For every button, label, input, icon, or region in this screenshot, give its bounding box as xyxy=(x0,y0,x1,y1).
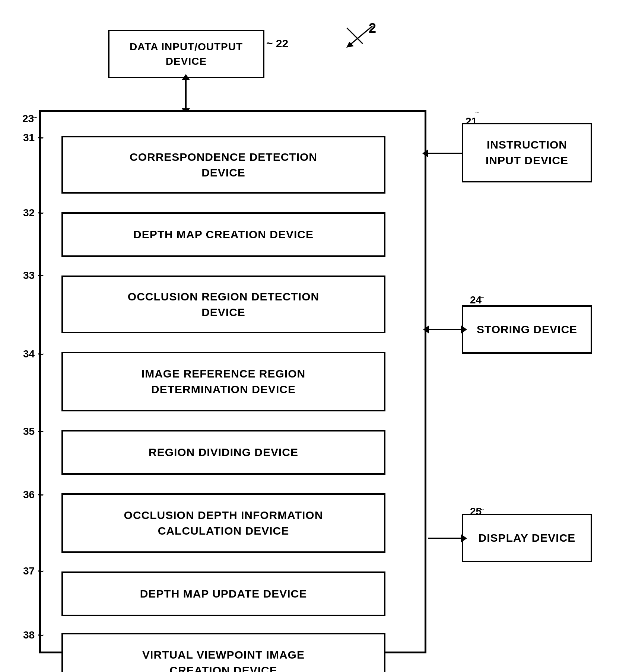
tilde-23: ~ xyxy=(33,113,38,122)
tilde-21: ~ xyxy=(475,108,479,117)
box-31-label: CORRESPONDENCE DETECTIONDEVICE xyxy=(130,149,317,181)
box-34-label: IMAGE REFERENCE REGIONDETERMINATION DEVI… xyxy=(142,366,305,397)
main-outer-box: CORRESPONDENCE DETECTIONDEVICE DEPTH MAP… xyxy=(39,110,426,653)
box-33-occlusion-region: OCCLUSION REGION DETECTIONDEVICE xyxy=(61,276,385,333)
box-37-label: DEPTH MAP UPDATE DEVICE xyxy=(140,587,307,600)
box-38-virtual-viewpoint: VIRTUAL VIEWPOINT IMAGECREATION DEVICE xyxy=(61,633,385,672)
ref2-arrow-svg xyxy=(328,19,387,56)
arrow-instruction-to-correspondence xyxy=(428,153,463,154)
box-35-region-dividing: REGION DIVIDING DEVICE xyxy=(61,430,385,475)
box-38-label: VIRTUAL VIEWPOINT IMAGECREATION DEVICE xyxy=(142,647,305,672)
box-33-label: OCCLUSION REGION DETECTIONDEVICE xyxy=(128,289,319,320)
box-32-label: DEPTH MAP CREATION DEVICE xyxy=(133,228,314,241)
label-33: 33 ~ xyxy=(23,270,44,281)
label-37: 37 ~ xyxy=(23,565,44,577)
instruction-input-box: INSTRUCTIONINPUT DEVICE xyxy=(462,123,592,182)
arrow-io-to-main xyxy=(185,79,187,109)
tilde-24: ~ xyxy=(480,293,484,302)
svg-line-0 xyxy=(350,26,372,45)
arrow-storing-bidirectional xyxy=(428,329,462,330)
label-32: 32 ~ xyxy=(23,207,44,219)
label-34: 34 ~ xyxy=(23,348,44,360)
label-38: 38 ~ xyxy=(23,629,44,641)
storing-device-box: STORING DEVICE xyxy=(462,305,592,354)
label-22: ~ 22 xyxy=(266,37,288,50)
box-34-image-reference: IMAGE REFERENCE REGIONDETERMINATION DEVI… xyxy=(61,352,385,411)
box-36-label: OCCLUSION DEPTH INFORMATIONCALCULATION D… xyxy=(124,507,323,539)
storing-device-label: STORING DEVICE xyxy=(477,322,577,337)
diagram: 2 DATA INPUT/OUTPUTDEVICE ~ 22 23 ~ CORR… xyxy=(0,0,629,672)
box-35-label: REGION DIVIDING DEVICE xyxy=(149,446,298,459)
display-device-label: DISPLAY DEVICE xyxy=(479,532,576,544)
box-32-depthmap-creation: DEPTH MAP CREATION DEVICE xyxy=(61,212,385,257)
label-36: 36 ~ xyxy=(23,489,44,501)
instruction-input-label: INSTRUCTIONINPUT DEVICE xyxy=(486,137,568,168)
label-35: 35 ~ xyxy=(23,426,44,437)
data-io-device-box: DATA INPUT/OUTPUTDEVICE xyxy=(108,30,264,78)
box-31-correspondence: CORRESPONDENCE DETECTIONDEVICE xyxy=(61,136,385,194)
box-37-depthmap-update: DEPTH MAP UPDATE DEVICE xyxy=(61,571,385,616)
tilde-25: ~ xyxy=(480,506,484,514)
display-device-box: DISPLAY DEVICE xyxy=(462,514,592,562)
arrow-to-display xyxy=(428,538,462,539)
label-23: 23 xyxy=(22,113,34,125)
data-io-device-label: DATA INPUT/OUTPUTDEVICE xyxy=(130,39,243,69)
box-36-occlusion-depth: OCCLUSION DEPTH INFORMATIONCALCULATION D… xyxy=(61,493,385,553)
label-31: 31 ~ xyxy=(23,132,44,144)
